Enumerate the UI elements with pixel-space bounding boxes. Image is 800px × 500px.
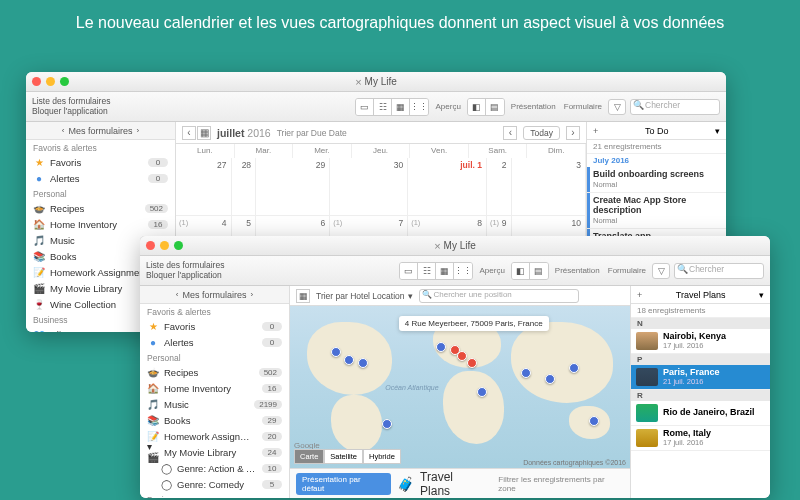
window-title: My Life — [355, 76, 397, 88]
sidebar-item-recipes[interactable]: 🍲Recipes502 — [26, 200, 175, 216]
map-callout[interactable]: 4 Rue Meyerbeer, 75009 Paris, France — [399, 316, 549, 331]
titlebar: My Life — [140, 236, 770, 256]
section-favorites: Favoris & alertes — [140, 304, 289, 318]
zoom-icon[interactable] — [60, 77, 69, 86]
section-favorites: Favoris & alertes — [26, 140, 175, 154]
sidebar-item-home[interactable]: 🏠Home Inventory16 — [26, 216, 175, 232]
todo-item[interactable]: Create Mac App Store descriptionNormal — [587, 193, 726, 229]
travel-item[interactable]: Rome, Italy17 juil. 2016 — [631, 426, 770, 451]
add-button[interactable]: + — [637, 290, 642, 300]
toolbar: Liste des formulaires Bloquer l'applicat… — [26, 92, 726, 122]
calendar-cell[interactable]: 2 — [487, 158, 512, 216]
panel-title: Travel Plans — [676, 290, 726, 300]
calendar-cell[interactable]: 29 — [256, 158, 330, 216]
sidebar-header[interactable]: ‹Mes formulaires› — [26, 122, 175, 140]
map-back-button[interactable]: ▦ — [296, 289, 310, 303]
map-search-input[interactable]: Chercher une position — [419, 289, 579, 303]
panel-menu-icon[interactable]: ▾ — [715, 126, 720, 136]
record-count: 21 enregistrements — [587, 140, 726, 154]
cal-view-button[interactable]: ▦ — [197, 126, 211, 140]
filter-icon[interactable]: ▽ — [608, 99, 626, 115]
map-marker[interactable] — [344, 355, 354, 365]
travel-item[interactable]: Nairobi, Kenya17 juil. 2016 — [631, 329, 770, 354]
cal-prev-button[interactable]: ‹ — [182, 126, 196, 140]
sidebar-item-favorites[interactable]: ★Favoris0 — [140, 318, 289, 334]
panel-menu-icon[interactable]: ▾ — [759, 290, 764, 300]
map-toolbar: ▦ Trier par Hotel Location ▾ Chercher un… — [290, 286, 630, 306]
mode-segmented[interactable]: ◧▤ — [467, 98, 505, 116]
presentation-label: Présentation — [555, 266, 600, 275]
calendar-cell[interactable]: 3 — [512, 158, 586, 216]
filter-icon[interactable]: ▽ — [652, 263, 670, 279]
mode-segmented[interactable]: ◧▤ — [511, 262, 549, 280]
sidebar-item[interactable]: 📚Books29 — [140, 412, 289, 428]
sidebar-item-alerts[interactable]: ●Alertes0 — [140, 334, 289, 350]
map-marker[interactable] — [545, 374, 555, 384]
form-label: Formulaire — [608, 266, 646, 275]
map-attribution: Données cartographiques ©2016 — [523, 459, 626, 466]
minimize-icon[interactable] — [160, 241, 169, 250]
month-label: July 2016 — [587, 154, 726, 167]
sidebar-item[interactable]: 🎵Music2199 — [140, 396, 289, 412]
sidebar-item[interactable]: 📝Homework Assignments20 — [140, 428, 289, 444]
today-button[interactable]: Today — [523, 126, 560, 140]
travel-item[interactable]: Paris, France21 juil. 2016 — [631, 365, 770, 390]
map-footer: Présentation par défaut 🧳 Travel Plans F… — [290, 468, 630, 498]
map-marker[interactable] — [457, 351, 467, 361]
view-segmented[interactable]: ▭☷▦⋮⋮ — [399, 262, 473, 280]
filter-label[interactable]: Filtrer les enregistrements par zone — [498, 475, 624, 493]
travel-item[interactable]: Rio de Janeiro, Brazil — [631, 401, 770, 426]
record-count: 18 enregistrements — [631, 304, 770, 318]
sort-label[interactable]: Trier par Due Date — [277, 128, 347, 138]
map-view[interactable]: Océan Atlantique 4 Rue Meyerbeer, 75009 … — [290, 306, 630, 468]
lock-app-button[interactable]: Bloquer l'application — [32, 107, 110, 116]
zoom-icon[interactable] — [174, 241, 183, 250]
lock-app-button[interactable]: Bloquer l'application — [146, 271, 224, 280]
sidebar-item-movies[interactable]: ▾🎬My Movie Library24 — [140, 444, 289, 460]
sidebar-item[interactable]: 🏠Home Inventory16 — [140, 380, 289, 396]
window-map: My Life Liste des formulaires Bloquer l'… — [140, 236, 770, 498]
prev-month-button[interactable]: ‹ — [503, 126, 517, 140]
presentation-pill[interactable]: Présentation par défaut — [296, 473, 391, 495]
map-marker[interactable] — [358, 358, 368, 368]
presentation-label: Présentation — [511, 102, 556, 111]
search-input[interactable]: Chercher — [674, 263, 764, 279]
section-letter: N — [631, 318, 770, 329]
close-icon[interactable] — [32, 77, 41, 86]
calendar-cell[interactable]: 30 — [330, 158, 408, 216]
sidebar-item-alerts[interactable]: ●Alertes0 — [26, 170, 175, 186]
calendar-toolbar: ‹▦ juillet 2016 Trier par Due Date ‹ Tod… — [176, 122, 586, 144]
close-icon[interactable] — [146, 241, 155, 250]
sidebar-item-favorites[interactable]: ★Favoris0 — [26, 154, 175, 170]
section-letter: P — [631, 354, 770, 365]
minimize-icon[interactable] — [46, 77, 55, 86]
sidebar-subitem[interactable]: ◯Genre: Comedy5 — [140, 476, 289, 492]
sidebar-header[interactable]: ‹Mes formulaires› — [140, 286, 289, 304]
calendar-cell[interactable]: 28 — [232, 158, 257, 216]
map-main: ▦ Trier par Hotel Location ▾ Chercher un… — [290, 286, 630, 498]
sidebar-item[interactable]: 🍲Recipes502 — [140, 364, 289, 380]
calendar-cell[interactable]: juil. 1 — [408, 158, 487, 216]
add-button[interactable]: + — [593, 126, 598, 136]
toolbar: Liste des formulaires Bloquer l'applicat… — [140, 256, 770, 286]
view-segmented[interactable]: ▭☷▦⋮⋮ — [355, 98, 429, 116]
titlebar: My Life — [26, 72, 726, 92]
map-marker[interactable] — [436, 342, 446, 352]
next-month-button[interactable]: › — [566, 126, 580, 140]
map-marker[interactable] — [569, 363, 579, 373]
search-input[interactable]: Chercher — [630, 99, 720, 115]
sidebar-subitem[interactable]: ◯Genre: Action & Adventure10 — [140, 460, 289, 476]
map-marker[interactable] — [467, 358, 477, 368]
map-marker[interactable] — [477, 387, 487, 397]
map-marker[interactable] — [382, 419, 392, 429]
suitcase-icon: 🧳 — [397, 476, 414, 492]
calendar-day-headers: Lun.Mar.Mer.Jeu.Ven.Sam.Dim. — [176, 144, 586, 158]
todo-item[interactable]: Build onboarding screensNormal — [587, 167, 726, 193]
sort-dropdown[interactable]: Trier par Hotel Location ▾ — [316, 291, 413, 301]
map-marker[interactable] — [521, 368, 531, 378]
map-marker[interactable] — [331, 347, 341, 357]
map-type-control[interactable]: CarteSatelliteHybride — [294, 449, 401, 464]
calendar-cell[interactable]: 27 — [176, 158, 232, 216]
window-title: My Life — [434, 240, 476, 252]
hero-text: Le nouveau calendrier et les vues cartog… — [0, 0, 800, 48]
